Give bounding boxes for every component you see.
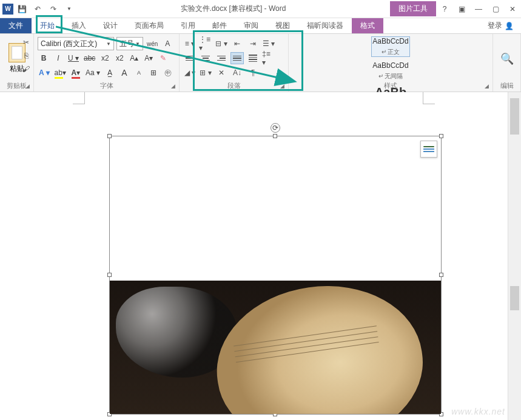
font-size-combo[interactable]: 五号▼ (116, 37, 143, 50)
font-name-value: Calibri (西文正文) (41, 39, 97, 49)
sort-icon[interactable]: A↓ (230, 67, 244, 79)
find-icon[interactable]: 🔍 (500, 52, 514, 65)
align-center-icon[interactable] (199, 52, 212, 64)
bold-button[interactable]: B (38, 52, 50, 65)
tab-file[interactable]: 文件 (0, 18, 32, 33)
group-editing: 🔍 编辑 (493, 34, 521, 92)
minimize-icon[interactable]: — (470, 1, 487, 18)
style-normal[interactable]: AaBbCcDd ↵ 正文 (371, 36, 410, 57)
align-right-icon[interactable] (215, 52, 228, 64)
group-styles: AaBbCcDd ↵ 正文 AaBbCcDd ↵ 无间隔 AaBb 标题 1 ▴… (289, 34, 493, 92)
copy-icon[interactable]: ⎘ (21, 51, 31, 61)
align-left-icon[interactable] (183, 52, 197, 64)
qat-customize-icon[interactable]: ▼ (62, 2, 76, 16)
paragraph-group-label: 段落 (180, 81, 288, 90)
shading-icon[interactable]: ◢ ▾ (183, 67, 197, 79)
redo-icon[interactable]: ↷ (46, 2, 61, 16)
resize-handle[interactable] (107, 134, 112, 138)
save-icon[interactable]: 💾 (15, 2, 29, 16)
window-title: 实验文件.docx [兼容模式] - Word (76, 4, 390, 14)
font-name-combo[interactable]: Calibri (西文正文)▼ (38, 37, 114, 50)
resize-handle[interactable] (107, 273, 112, 277)
shrink-font-small-icon[interactable]: A (133, 66, 145, 79)
tab-review[interactable]: 审阅 (235, 18, 267, 33)
style-no-spacing[interactable]: AaBbCcDd ↵ 无间隔 (371, 61, 410, 81)
text-effects-icon[interactable]: A ▾ (38, 66, 51, 79)
ribbon: 粘贴 ✂ ⎘ 🖌 剪贴板 ◢ Calibri (西文正文)▼ 五号▼ wén A… (0, 34, 521, 92)
format-painter-icon[interactable]: 🖌 (21, 64, 31, 74)
margin-marker-left (73, 92, 85, 104)
grow-font-large-icon[interactable]: A (118, 66, 130, 79)
character-border-icon[interactable]: A (161, 37, 173, 50)
highlight-color-button[interactable]: ab ▾ (53, 66, 67, 79)
numbering-icon[interactable]: ⋮≡ ▾ (199, 38, 212, 50)
scrollbar-thumb[interactable] (510, 98, 519, 135)
multilevel-list-icon[interactable]: ⊟ ▾ (215, 38, 228, 50)
grow-font-icon[interactable]: A▴ (128, 52, 140, 65)
ribbon-options-icon[interactable]: ▣ (453, 1, 470, 18)
word-app-icon: W (2, 4, 13, 15)
undo-icon[interactable]: ↶ (30, 2, 45, 16)
resize-handle[interactable] (273, 134, 277, 138)
show-marks-icon[interactable]: ¶ (246, 67, 260, 79)
styles-dialog-launcher-icon[interactable]: ◢ (483, 82, 490, 90)
style-preview: AaBbCcDd (372, 37, 408, 45)
picture-tools-context-tab: 图片工具 (390, 1, 436, 16)
borders-icon[interactable]: ⊞ ▾ (199, 67, 212, 79)
snap-to-grid-icon[interactable]: ✕ (215, 67, 228, 79)
subscript-button[interactable]: x2 (99, 52, 111, 65)
embedded-image (110, 281, 441, 414)
increase-indent-icon[interactable]: ⇥ (246, 38, 260, 50)
font-dialog-launcher-icon[interactable]: ◢ (169, 82, 176, 90)
watermark-text: www.kkx.net (451, 407, 505, 416)
align-justify-icon[interactable] (230, 52, 244, 64)
font-size-value: 五号 (119, 39, 134, 49)
italic-button[interactable]: I (52, 52, 64, 65)
group-paragraph: ≡ ▾ ⋮≡ ▾ ⊟ ▾ ⇤ ⇥ ☰ ▾ ‡≡ ▾ ◢ ▾ ⊞ ▾ ✕ A↓ ¶… (180, 34, 289, 92)
character-shading-icon[interactable]: ⊞ (147, 66, 160, 79)
selected-image-frame[interactable]: ⟳ (109, 136, 442, 415)
tab-foxit[interactable]: 福昕阅读器 (298, 18, 352, 33)
paragraph-dialog-launcher-icon[interactable]: ◢ (278, 82, 286, 90)
superscript-button[interactable]: x2 (113, 52, 126, 65)
help-icon[interactable]: ? (436, 1, 453, 18)
tab-insert[interactable]: 插入 (63, 18, 95, 33)
enclose-characters-icon[interactable]: A̲ (104, 66, 116, 79)
tab-design[interactable]: 设计 (95, 18, 126, 33)
decrease-indent-icon[interactable]: ⇤ (230, 38, 244, 50)
underline-button[interactable]: U ▾ (67, 52, 80, 65)
rotate-handle-icon[interactable]: ⟳ (271, 123, 280, 133)
enclosed-char-icon[interactable]: ㊥ (162, 66, 174, 79)
asian-layout-icon[interactable]: ☰ ▾ (262, 38, 275, 50)
restore-icon[interactable]: ▢ (487, 1, 504, 18)
document-area[interactable]: ⟳ (0, 92, 508, 420)
close-icon[interactable]: ✕ (504, 1, 521, 18)
cut-icon[interactable]: ✂ (21, 38, 31, 47)
scrollbar-thumb[interactable] (510, 286, 519, 310)
font-color-button[interactable]: A ▾ (70, 66, 82, 79)
tab-format[interactable]: 格式 (352, 18, 383, 33)
ribbon-tabs: 文件 开始 插入 设计 页面布局 引用 邮件 审阅 视图 福昕阅读器 格式 登录… (0, 18, 521, 34)
tab-layout[interactable]: 页面布局 (126, 18, 172, 33)
strikethrough-button[interactable]: abc (82, 52, 96, 65)
login-button[interactable]: 登录👤 (480, 18, 521, 33)
distributed-icon[interactable] (246, 52, 260, 64)
tab-home[interactable]: 开始 (32, 18, 63, 33)
line-spacing-icon[interactable]: ‡≡ ▾ (262, 52, 275, 64)
clear-formatting-icon[interactable]: ✎ (157, 52, 169, 65)
vertical-scrollbar[interactable] (508, 92, 521, 420)
tab-mailings[interactable]: 邮件 (204, 18, 235, 33)
tab-references[interactable]: 引用 (172, 18, 204, 33)
clipboard-dialog-launcher-icon[interactable]: ◢ (24, 82, 31, 90)
bullets-icon[interactable]: ≡ ▾ (183, 38, 197, 50)
margin-marker-right (423, 92, 435, 104)
tab-view[interactable]: 视图 (267, 18, 298, 33)
layout-options-button[interactable] (420, 141, 437, 158)
change-case-icon[interactable]: Aa ▾ (84, 66, 101, 79)
resize-handle[interactable] (439, 273, 443, 277)
phonetic-guide-icon[interactable]: wén (146, 37, 159, 50)
resize-handle[interactable] (439, 134, 443, 138)
user-icon: 👤 (505, 22, 514, 30)
shrink-font-icon[interactable]: A▾ (143, 52, 155, 65)
group-clipboard: 粘贴 ✂ ⎘ 🖌 剪贴板 ◢ (0, 34, 34, 92)
